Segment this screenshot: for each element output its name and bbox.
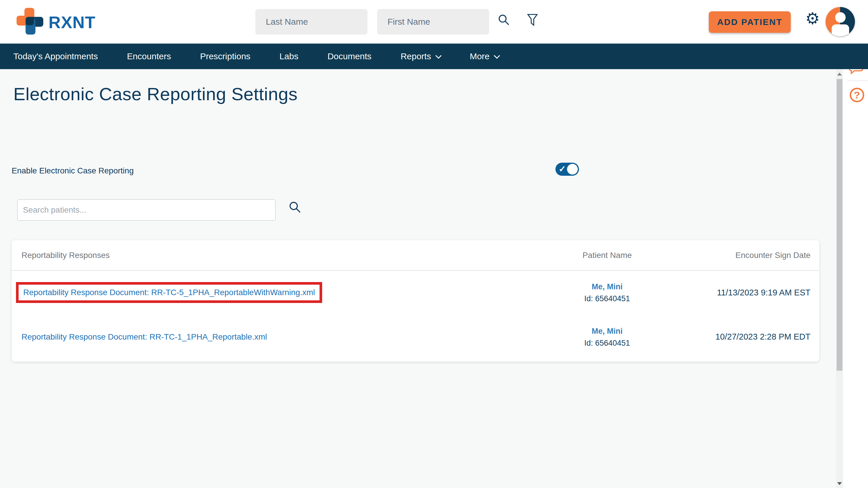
patient-id: Id: 65640451 bbox=[549, 337, 665, 349]
patient-name-link[interactable]: Me, Mini bbox=[549, 325, 665, 337]
nav-labs[interactable]: Labs bbox=[279, 52, 298, 61]
nav-encounters[interactable]: Encounters bbox=[127, 52, 171, 61]
patient-name-link[interactable]: Me, Mini bbox=[549, 281, 665, 293]
chevron-down-icon bbox=[494, 53, 500, 59]
table-row: Reportability Response Document: RR-TC-5… bbox=[11, 271, 819, 314]
enable-ecr-label: Enable Electronic Case Reporting bbox=[11, 166, 134, 176]
scroll-down-arrow-icon[interactable] bbox=[837, 482, 842, 485]
filter-icon[interactable] bbox=[526, 13, 538, 28]
encounter-sign-date: 10/27/2023 2:28 PM EDT bbox=[665, 332, 810, 342]
patient-search-icon[interactable] bbox=[288, 201, 302, 216]
col-header-patient-name: Patient Name bbox=[549, 251, 665, 260]
reportability-responses-card: Reportability Responses Patient Name Enc… bbox=[11, 240, 819, 362]
main-content: Electronic Case Reporting Settings Enabl… bbox=[0, 69, 836, 488]
nav-reports[interactable]: Reports bbox=[401, 52, 441, 61]
red-highlight-box: Reportability Response Document: RR-TC-5… bbox=[16, 282, 322, 303]
table-header-row: Reportability Responses Patient Name Enc… bbox=[11, 240, 819, 271]
first-name-input[interactable] bbox=[377, 9, 489, 35]
rxnt-logo[interactable]: RXNT bbox=[17, 8, 110, 36]
patient-search-input[interactable] bbox=[17, 199, 276, 221]
avatar-head-shape bbox=[835, 12, 846, 23]
toggle-knob bbox=[567, 164, 578, 175]
nav-documents[interactable]: Documents bbox=[328, 52, 372, 61]
chat-bubble-icon[interactable] bbox=[849, 69, 863, 75]
help-icon[interactable]: ? bbox=[850, 88, 864, 102]
user-avatar[interactable] bbox=[826, 7, 855, 36]
main-nav: Today's Appointments Encounters Prescrip… bbox=[0, 43, 868, 69]
reportability-response-link[interactable]: Reportability Response Document: RR-TC-1… bbox=[22, 332, 267, 341]
last-name-input[interactable] bbox=[255, 9, 368, 35]
vertical-scrollbar[interactable] bbox=[836, 69, 843, 488]
gear-icon[interactable]: ⚙ bbox=[805, 10, 820, 27]
right-utility-rail: ? bbox=[843, 69, 868, 488]
col-header-encounter-sign-date: Encounter Sign Date bbox=[665, 251, 810, 260]
col-header-reportability-responses: Reportability Responses bbox=[22, 251, 549, 260]
page-title: Electronic Case Reporting Settings bbox=[13, 84, 298, 104]
rail-divider bbox=[847, 81, 868, 81]
search-icon[interactable] bbox=[497, 13, 511, 28]
rxnt-cross-icon bbox=[17, 8, 44, 35]
scrollbar-thumb[interactable] bbox=[837, 79, 842, 371]
check-icon: ✓ bbox=[559, 164, 566, 174]
nav-more[interactable]: More bbox=[470, 52, 499, 61]
nav-todays-appointments[interactable]: Today's Appointments bbox=[13, 52, 98, 61]
enable-ecr-toggle[interactable]: ✓ bbox=[555, 163, 579, 176]
patient-id: Id: 65640451 bbox=[549, 293, 665, 304]
add-patient-button[interactable]: ADD PATIENT bbox=[709, 11, 791, 33]
scroll-up-arrow-icon[interactable] bbox=[837, 72, 842, 75]
top-header: RXNT ADD PATIENT ⚙ bbox=[0, 0, 868, 43]
brand-name: RXNT bbox=[49, 12, 96, 32]
avatar-body-shape bbox=[832, 24, 849, 36]
encounter-sign-date: 11/13/2023 9:19 AM EST bbox=[665, 288, 810, 298]
nav-prescriptions[interactable]: Prescriptions bbox=[200, 52, 250, 61]
chevron-down-icon bbox=[435, 53, 441, 59]
reportability-response-link[interactable]: Reportability Response Document: RR-TC-5… bbox=[23, 288, 315, 297]
table-row: Reportability Response Document: RR-TC-1… bbox=[11, 314, 819, 359]
